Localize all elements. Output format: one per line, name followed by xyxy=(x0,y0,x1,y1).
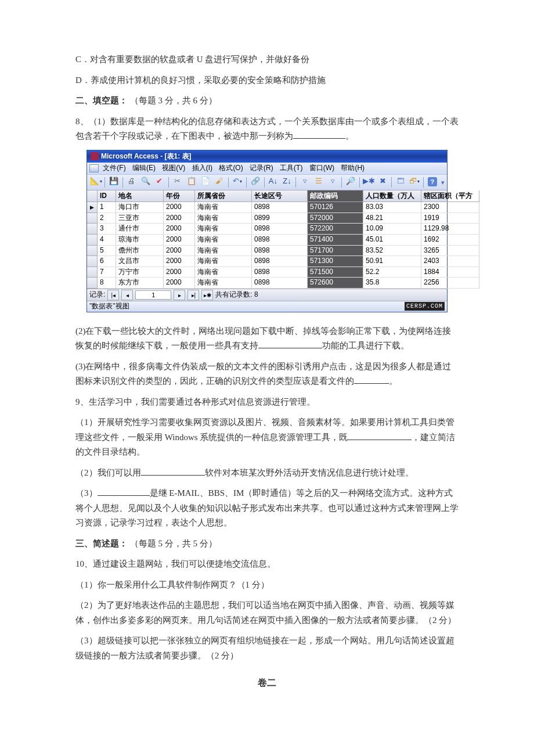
cell-name[interactable]: 文昌市 xyxy=(116,256,164,267)
filter-by-form-button[interactable]: ☰ xyxy=(312,176,325,189)
format-painter-button[interactable]: 🖌 xyxy=(213,176,226,189)
new-record-button[interactable]: ▸✱ xyxy=(201,290,213,300)
cell-name[interactable]: 万宁市 xyxy=(116,267,164,278)
copy-button[interactable]: 📋 xyxy=(185,176,198,189)
toolbar-overflow[interactable]: ▾ xyxy=(441,178,445,186)
current-record-input[interactable]: 1 xyxy=(135,290,171,300)
cell-id[interactable]: 4 xyxy=(98,235,116,246)
cell-ldcode[interactable]: 0898 xyxy=(252,224,308,235)
cell-id[interactable]: 1 xyxy=(98,202,116,213)
table-row[interactable]: 1 海口市 2000 海南省 0898 570126 83.03 2300 xyxy=(87,202,447,213)
table-row[interactable]: 8 东方市 2000 海南省 0898 572600 35.8 2256 xyxy=(87,278,447,289)
row-selector[interactable] xyxy=(87,235,98,246)
cell-ldcode[interactable]: 0898 xyxy=(252,202,308,213)
spellcheck-button[interactable]: ✔ xyxy=(153,176,166,189)
table-row[interactable]: 5 儋州市 2000 海南省 0898 571700 83.52 3265 xyxy=(87,246,447,257)
row-selector[interactable] xyxy=(87,256,98,267)
print-button[interactable]: 🖨 xyxy=(125,176,138,189)
cell-pop[interactable]: 48.21 xyxy=(363,213,421,224)
cell-postal[interactable]: 572200 xyxy=(308,224,363,235)
first-record-button[interactable]: |◂ xyxy=(107,290,119,300)
cell-area[interactable]: 1129.98 xyxy=(421,224,479,235)
cell-ldcode[interactable]: 0899 xyxy=(252,213,308,224)
cut-button[interactable]: ✂ xyxy=(171,176,184,189)
new-object-button[interactable]: 🗗 xyxy=(408,176,421,189)
table-row[interactable]: 4 琼海市 2000 海南省 0898 571400 45.01 1692 xyxy=(87,235,447,246)
cell-ldcode[interactable]: 0898 xyxy=(252,256,308,267)
cell-year[interactable]: 2000 xyxy=(164,235,195,246)
cell-name[interactable]: 通什市 xyxy=(116,224,164,235)
menu-window[interactable]: 窗口(W) xyxy=(309,164,334,172)
table-row[interactable]: 3 通什市 2000 海南省 0898 572200 10.09 1129.98 xyxy=(87,224,447,235)
cell-prov[interactable]: 海南省 xyxy=(195,278,252,289)
cell-postal[interactable]: 571400 xyxy=(308,235,363,246)
col-prov[interactable]: 所属省份 xyxy=(195,190,252,203)
col-year[interactable]: 年份 xyxy=(164,190,195,203)
cell-prov[interactable]: 海南省 xyxy=(195,246,252,257)
row-selector[interactable] xyxy=(87,202,98,213)
cell-pop[interactable]: 35.8 xyxy=(363,278,421,289)
col-postal[interactable]: 邮政编码 xyxy=(308,190,363,203)
cell-pop[interactable]: 83.03 xyxy=(363,202,421,213)
cell-postal[interactable]: 571700 xyxy=(308,246,363,257)
col-ldcode[interactable]: 长途区号 xyxy=(252,190,308,203)
cell-postal[interactable]: 572600 xyxy=(308,278,363,289)
table-row[interactable]: 6 文昌市 2000 海南省 0898 571300 50.91 2403 xyxy=(87,256,447,267)
paste-button[interactable]: 📄 xyxy=(199,176,212,189)
table-row[interactable]: 7 万宁市 2000 海南省 0898 571500 52.2 1884 xyxy=(87,267,447,278)
prev-record-button[interactable]: ◂ xyxy=(121,290,133,300)
menu-format[interactable]: 格式(O) xyxy=(219,164,243,172)
cell-id[interactable]: 7 xyxy=(98,267,116,278)
cell-prov[interactable]: 海南省 xyxy=(195,224,252,235)
cell-ldcode[interactable]: 0898 xyxy=(252,267,308,278)
cell-area[interactable]: 2403 xyxy=(421,256,479,267)
find-button[interactable]: 🔎 xyxy=(344,176,357,189)
sort-asc-button[interactable]: A↓ xyxy=(266,176,279,189)
cell-prov[interactable]: 海南省 xyxy=(195,202,252,213)
cell-prov[interactable]: 海南省 xyxy=(195,267,252,278)
cell-ldcode[interactable]: 0898 xyxy=(252,246,308,257)
row-selector[interactable] xyxy=(87,213,98,224)
cell-prov[interactable]: 海南省 xyxy=(195,235,252,246)
cell-id[interactable]: 2 xyxy=(98,213,116,224)
cell-year[interactable]: 2000 xyxy=(164,267,195,278)
cell-name[interactable]: 三亚市 xyxy=(116,213,164,224)
cell-name[interactable]: 海口市 xyxy=(116,202,164,213)
cell-year[interactable]: 2000 xyxy=(164,224,195,235)
hyperlink-button[interactable]: 🔗 xyxy=(249,176,262,189)
menu-records[interactable]: 记录(R) xyxy=(250,164,273,172)
col-name[interactable]: 地名 xyxy=(116,190,164,203)
cell-id[interactable]: 8 xyxy=(98,278,116,289)
cell-name[interactable]: 琼海市 xyxy=(116,235,164,246)
cell-year[interactable]: 2000 xyxy=(164,278,195,289)
menu-tools[interactable]: 工具(T) xyxy=(280,164,302,172)
row-selector[interactable] xyxy=(87,278,98,289)
cell-pop[interactable]: 50.91 xyxy=(363,256,421,267)
cell-year[interactable]: 2000 xyxy=(164,246,195,257)
col-area[interactable]: 辖区面积（平方 xyxy=(421,190,479,203)
help-button[interactable]: ? xyxy=(426,176,439,189)
row-selector[interactable] xyxy=(87,267,98,278)
table-row[interactable]: 2 三亚市 2000 海南省 0899 572000 48.21 1919 xyxy=(87,213,447,224)
undo-button[interactable]: ↶ xyxy=(231,176,244,189)
cell-year[interactable]: 2000 xyxy=(164,213,195,224)
cell-id[interactable]: 6 xyxy=(98,256,116,267)
cell-area[interactable]: 1692 xyxy=(421,235,479,246)
cell-area[interactable]: 1919 xyxy=(421,213,479,224)
save-button[interactable]: 💾 xyxy=(107,176,120,189)
cell-postal[interactable]: 571500 xyxy=(308,267,363,278)
cell-name[interactable]: 东方市 xyxy=(116,278,164,289)
menu-insert[interactable]: 插入(I) xyxy=(192,164,212,172)
goto-new-record-button[interactable]: ▶✱ xyxy=(362,176,375,189)
cell-year[interactable]: 2000 xyxy=(164,202,195,213)
cell-id[interactable]: 3 xyxy=(98,224,116,235)
sort-desc-button[interactable]: Z↓ xyxy=(280,176,293,189)
cell-pop[interactable]: 45.01 xyxy=(363,235,421,246)
toggle-filter-button[interactable]: ▿ xyxy=(326,176,339,189)
cell-year[interactable]: 2000 xyxy=(164,256,195,267)
database-window-button[interactable]: 🗔 xyxy=(394,176,407,189)
filter-by-selection-button[interactable]: ▿ xyxy=(298,176,311,189)
cell-ldcode[interactable]: 0898 xyxy=(252,278,308,289)
cell-area[interactable]: 2256 xyxy=(421,278,479,289)
next-record-button[interactable]: ▸ xyxy=(174,290,185,300)
